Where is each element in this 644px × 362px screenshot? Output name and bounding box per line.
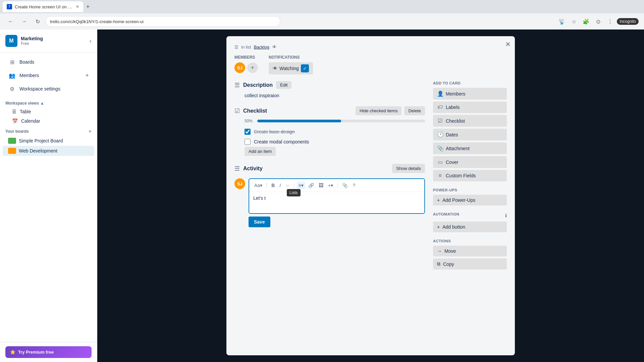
description-edit-button[interactable]: Edit	[276, 81, 291, 89]
workspace-plan: Free	[21, 41, 86, 46]
add-power-ups-button[interactable]: + Add Power-Ups	[433, 195, 507, 205]
tab-close-icon[interactable]: ✕	[76, 4, 79, 9]
comment-box[interactable]: Aa▾ B I ··· ≡▾	[249, 178, 425, 214]
add-checklist-button[interactable]: ☑ Checklist	[433, 115, 507, 127]
activity-title-row: ☰ Activity	[234, 165, 263, 172]
italic-button[interactable]: I	[278, 182, 282, 189]
workspace-name: Marketing	[21, 36, 86, 41]
description-icon: ☰	[234, 81, 240, 89]
labels-panel-label: Labels	[446, 105, 460, 110]
notifications-section: Notifications 👁 Watching ✓	[269, 55, 313, 74]
add-cover-button[interactable]: ▭ Cover	[433, 156, 507, 168]
watch-icon[interactable]: 👁	[272, 44, 277, 50]
your-boards-toggle[interactable]: Your boards	[5, 129, 29, 134]
table-icon: ☰	[12, 109, 16, 114]
checklist-section: ☑ Checklist Hide checked items Delete 50…	[234, 106, 425, 156]
back-button[interactable]: ←	[5, 16, 16, 27]
custom-fields-panel-icon: ≡	[437, 173, 443, 179]
new-tab-button[interactable]: +	[83, 2, 93, 11]
add-board-icon[interactable]: +	[89, 128, 92, 134]
simple-project-board-label: Simple Project Board	[19, 138, 63, 143]
star-icon[interactable]: ☆	[569, 16, 579, 27]
add-button-button[interactable]: + Add button	[433, 222, 507, 232]
watching-button[interactable]: 👁 Watching ✓	[269, 62, 313, 74]
image-button[interactable]: 🖼	[317, 182, 325, 189]
tab-title: Create Home screen UI on Web |	[15, 4, 73, 9]
add-member-icon[interactable]: +	[85, 72, 89, 79]
power-ups-title: Power-Ups	[433, 188, 507, 192]
try-premium-label: Try Premium free	[18, 350, 54, 355]
member-avatar-sj[interactable]: SJ	[234, 62, 245, 73]
plus-icon-2: +	[437, 224, 440, 230]
sidebar-item-calendar[interactable]: 📅 Calendar	[3, 116, 94, 126]
add-attachment-button[interactable]: 📎 Attachment	[433, 142, 507, 154]
sidebar-item-table[interactable]: ☰ Table	[3, 107, 94, 116]
description-header: ☰ Description Edit	[234, 81, 425, 89]
delete-checklist-button[interactable]: Delete	[404, 106, 425, 115]
settings-icon[interactable]: ⋮	[605, 16, 615, 27]
copy-button[interactable]: ⧉ Copy	[433, 258, 507, 269]
boards-icon: ⊞	[8, 58, 16, 66]
refresh-button[interactable]: ↻	[32, 16, 43, 27]
list-button[interactable]: ≡▾	[297, 182, 305, 189]
add-item-button[interactable]: Add an item	[245, 147, 276, 156]
help-toolbar-button[interactable]: ?	[351, 182, 357, 189]
dates-panel-icon: 🕐	[437, 131, 443, 138]
profile-icon[interactable]: ⊙	[593, 16, 603, 27]
card-modal: ✕ ☰ in list Backlog 👁 Members SJ +	[226, 36, 515, 355]
show-details-button[interactable]: Show details	[392, 164, 425, 173]
checklist-item-1: Create modal components	[234, 137, 425, 147]
comment-input[interactable]: Let's t	[249, 192, 424, 212]
cast-icon[interactable]: 📡	[556, 16, 567, 27]
add-members-button[interactable]: 👤 Members	[433, 88, 507, 100]
members-panel-label: Members	[446, 91, 465, 97]
move-label: Move	[444, 248, 456, 254]
sidebar-item-members[interactable]: 👥 Members +	[3, 69, 94, 82]
checklist-buttons: Hide checked items Delete	[356, 106, 425, 115]
add-labels-button[interactable]: 🏷 Labels	[433, 102, 507, 113]
sidebar-item-boards[interactable]: ⊞ Boards	[3, 55, 94, 69]
link-button[interactable]: 🔗	[307, 182, 316, 189]
checklist-item-text-1: Create modal components	[254, 139, 309, 144]
description-title: Description	[243, 82, 273, 88]
font-size-button[interactable]: Aa▾	[253, 182, 264, 189]
move-button[interactable]: → Move	[433, 246, 507, 256]
incognito-badge: Incognito	[617, 18, 639, 25]
add-member-button[interactable]: +	[247, 62, 258, 73]
sidebar-item-simple-project-board[interactable]: Simple Project Board	[3, 136, 94, 146]
sidebar: M Marketing Free ‹ ⊞ Boards 👥 Members + …	[0, 29, 97, 362]
backlog-link[interactable]: Backlog	[254, 45, 269, 50]
modal-close-button[interactable]: ✕	[505, 40, 511, 48]
bold-button[interactable]: B	[270, 182, 276, 189]
sidebar-item-web-development[interactable]: Web Development	[3, 146, 94, 156]
add-to-card-panel: Add to card 👤 Members 🏷 Labels ☑	[433, 81, 507, 276]
address-bar[interactable]: trello.com/c/kQq0k1NY/1-create-home-scre…	[46, 16, 280, 27]
add-to-card-section: Add to card 👤 Members 🏷 Labels ☑	[433, 81, 507, 181]
workspace-views-toggle[interactable]: Workspace views ▲	[5, 101, 44, 106]
more-formatting-button[interactable]: ···	[284, 182, 291, 189]
save-comment-button[interactable]: Save	[249, 217, 270, 227]
workspace-info: Marketing Free	[21, 36, 86, 46]
add-dates-button[interactable]: 🕐 Dates	[433, 129, 507, 140]
actions-title: Actions	[433, 239, 507, 243]
checklist-items: Create base design Create modal componen…	[234, 127, 425, 147]
active-tab[interactable]: T Create Home screen UI on Web | ✕	[3, 1, 83, 12]
checklist-checkbox-0[interactable]	[245, 129, 251, 135]
board-color-web-dev	[8, 148, 16, 154]
web-development-label: Web Development	[19, 148, 57, 154]
automation-info-icon[interactable]: ℹ	[505, 213, 507, 218]
sidebar-item-workspace-settings[interactable]: ⚙ Workspace settings	[3, 82, 94, 96]
hide-checked-button[interactable]: Hide checked items	[356, 106, 401, 115]
notifications-meta-label: Notifications	[269, 55, 313, 60]
comment-toolbar: Aa▾ B I ··· ≡▾	[249, 179, 424, 192]
try-premium-button[interactable]: ⭐ Try Premium free	[5, 346, 92, 358]
attachment-toolbar-button[interactable]: 📎	[340, 182, 350, 189]
plus-button[interactable]: +▾	[326, 182, 335, 189]
sidebar-toggle-icon[interactable]: ‹	[90, 38, 92, 45]
checklist-checkbox-1[interactable]	[245, 139, 251, 145]
settings-icon: ⚙	[8, 85, 16, 93]
add-custom-fields-button[interactable]: ≡ Custom Fields	[433, 170, 507, 181]
extensions-icon[interactable]: 🧩	[581, 16, 591, 27]
list-button-wrapper: ≡▾ Lists	[297, 182, 305, 189]
forward-button[interactable]: →	[19, 16, 30, 27]
